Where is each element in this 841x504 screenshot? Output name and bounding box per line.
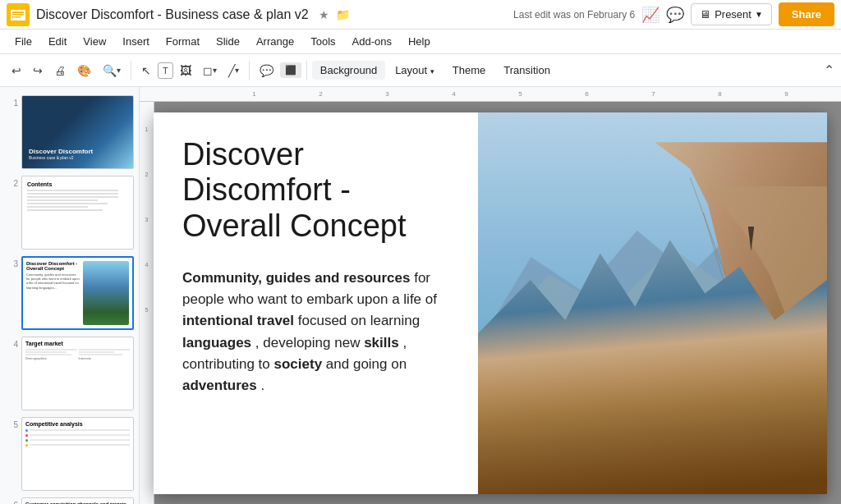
- slide-preview-2: Contents: [21, 176, 134, 250]
- slide-thumbnail-2[interactable]: 2 Contents: [3, 174, 136, 251]
- separator-2: [249, 61, 250, 80]
- slide-preview-1: Discover Discomfort Business case & plan…: [21, 95, 134, 169]
- theme-button[interactable]: Theme: [444, 61, 494, 80]
- collapse-toolbar-button[interactable]: ⌃: [824, 62, 834, 78]
- ruler-tick-6: 6: [554, 90, 620, 98]
- slide-number-5: 5: [5, 420, 18, 429]
- canvas-area: 1 2 3 4 5 6 7 8 9 1 2 3 4 5 Disc: [140, 87, 841, 504]
- zoom-button[interactable]: 🔍▾: [98, 61, 126, 80]
- separator-1: [131, 61, 131, 80]
- menu-item-insert[interactable]: Insert: [114, 32, 158, 51]
- star-icon[interactable]: ★: [319, 8, 329, 21]
- app-icon: [7, 3, 30, 26]
- svg-marker-13: [478, 420, 827, 494]
- svg-line-18: [709, 296, 715, 300]
- menu-item-view[interactable]: View: [75, 32, 114, 51]
- slide-body[interactable]: Community, guides and resources for peop…: [182, 268, 453, 397]
- present-monitor-icon: 🖥: [700, 8, 710, 21]
- slide-body-bold-6: adventures: [182, 378, 257, 393]
- menu-item-help[interactable]: Help: [400, 32, 439, 51]
- slide-body-bold-4: skills: [364, 335, 399, 351]
- slide2-title-preview: Contents: [27, 181, 128, 187]
- menu-item-format[interactable]: Format: [158, 32, 208, 51]
- slide-title[interactable]: Discover Discomfort - Overall Concept: [182, 137, 453, 245]
- doc-title-area: Discover Discomfort - Business case & pl…: [36, 7, 513, 22]
- background-button[interactable]: Background: [312, 61, 385, 80]
- svg-line-17: [715, 302, 718, 309]
- menu-item-arrange[interactable]: Arrange: [248, 32, 302, 51]
- slide-preview-3: Discover Discomfort - Overall Concept Co…: [21, 256, 134, 330]
- slide1-sub-preview: Business case & plan v2: [29, 155, 93, 160]
- last-edit-text: Last edit was on February 6: [513, 9, 635, 21]
- svg-point-14: [711, 286, 719, 294]
- cursor-button[interactable]: ↖: [136, 61, 156, 80]
- ruler-tick-9: 9: [753, 90, 820, 98]
- slide-thumbnail-4[interactable]: 4 Target market Demographics Interests: [3, 335, 136, 412]
- layout-arrow-icon: ▾: [430, 67, 434, 76]
- ruler-left-5: 5: [145, 307, 149, 352]
- slide-body-bold-1: Community, guides and resources: [182, 270, 410, 286]
- ruler-top: 1 2 3 4 5 6 7 8 9: [140, 87, 841, 102]
- slide5-title-preview: Competitive analysis: [25, 421, 130, 427]
- slide1-title-preview: Discover Discomfort: [29, 148, 93, 155]
- slide-thumbnail-1[interactable]: 1 Discover Discomfort Business case & pl…: [3, 94, 136, 171]
- shapes-button[interactable]: ◻▾: [198, 61, 222, 80]
- line-button[interactable]: ╱▾: [223, 61, 244, 80]
- redo-button[interactable]: ↪: [28, 61, 48, 80]
- transition-button[interactable]: Transition: [495, 61, 558, 80]
- slide-content-left: Discover Discomfort - Overall Concept Co…: [154, 112, 478, 494]
- slide-thumbnail-6[interactable]: 6 Customer acquisition channels and targ…: [3, 496, 136, 504]
- folder-icon[interactable]: 📁: [336, 8, 350, 21]
- menu-item-file[interactable]: File: [7, 32, 40, 51]
- slide-body-text-3: , developing new: [255, 335, 364, 351]
- slide-number-2: 2: [5, 179, 18, 188]
- ruler-left-4: 4: [145, 262, 149, 307]
- slide-number-6: 6: [5, 501, 18, 504]
- menu-bar: FileEditViewInsertFormatSlideArrangeTool…: [0, 30, 841, 54]
- insert-comment-button[interactable]: 💬: [255, 61, 278, 80]
- svg-rect-12: [478, 433, 827, 494]
- ruler-tick-5: 5: [487, 90, 554, 98]
- trending-icon[interactable]: 📈: [641, 6, 659, 24]
- present-label: Present: [715, 8, 751, 21]
- doc-title[interactable]: Discover Discomfort - Business case & pl…: [36, 7, 309, 22]
- slide-thumbnail-5[interactable]: 5 Competitive analysis: [3, 415, 136, 493]
- slide-body-bold-5: society: [274, 356, 323, 372]
- undo-button[interactable]: ↩: [7, 61, 26, 80]
- slide-body-text-2: focused on learning: [298, 313, 420, 328]
- slide-preview-5: Competitive analysis: [21, 417, 134, 491]
- ruler-left-2: 2: [145, 172, 149, 217]
- insert-placeholder-button[interactable]: ⬛: [280, 62, 301, 78]
- ruler-tick-2: 2: [287, 90, 354, 98]
- paint-format-button[interactable]: 🎨: [72, 61, 96, 80]
- print-button[interactable]: 🖨: [49, 61, 71, 80]
- main-slide[interactable]: Discover Discomfort - Overall Concept Co…: [154, 112, 827, 494]
- present-button[interactable]: 🖥 Present ▼: [691, 3, 772, 25]
- toolbar: ↩ ↪ 🖨 🎨 🔍▾ ↖ T 🖼 ◻▾ ╱▾ 💬 ⬛ Background La…: [0, 54, 841, 87]
- menu-item-add-ons[interactable]: Add-ons: [344, 32, 400, 51]
- slide-number-3: 3: [5, 259, 18, 268]
- svg-rect-2: [12, 11, 24, 13]
- text-box-button[interactable]: T: [158, 62, 173, 79]
- canvas-wrapper: 1 2 3 4 5 Discover Discomfort - Overall …: [140, 102, 841, 504]
- menu-item-tools[interactable]: Tools: [302, 32, 343, 51]
- layout-button[interactable]: Layout ▾: [387, 61, 443, 80]
- menu-item-edit[interactable]: Edit: [40, 32, 75, 51]
- slide4-title-preview: Target market: [25, 341, 130, 346]
- separator-3: [306, 61, 307, 80]
- main-layout: 1 Discover Discomfort Business case & pl…: [0, 87, 841, 504]
- slide-body-text-5: and going on: [326, 356, 407, 372]
- slide-thumbnail-3[interactable]: 3 Discover Discomfort - Overall Concept …: [3, 254, 136, 332]
- ruler-tick-1: 1: [221, 90, 287, 98]
- slide-body-bold-2: intentional travel: [182, 313, 294, 328]
- svg-line-16: [711, 302, 714, 309]
- comment-icon[interactable]: 💬: [666, 6, 684, 24]
- slide3-title-preview: Discover Discomfort - Overall Concept: [26, 261, 80, 271]
- present-arrow-icon: ▼: [755, 10, 763, 19]
- slide-body-text-6: .: [260, 378, 264, 393]
- menu-item-slide[interactable]: Slide: [208, 32, 248, 51]
- ruler-tick-7: 7: [620, 90, 687, 98]
- image-button[interactable]: 🖼: [175, 61, 196, 80]
- ruler-tick-3: 3: [354, 90, 420, 98]
- share-button[interactable]: Share: [779, 2, 834, 26]
